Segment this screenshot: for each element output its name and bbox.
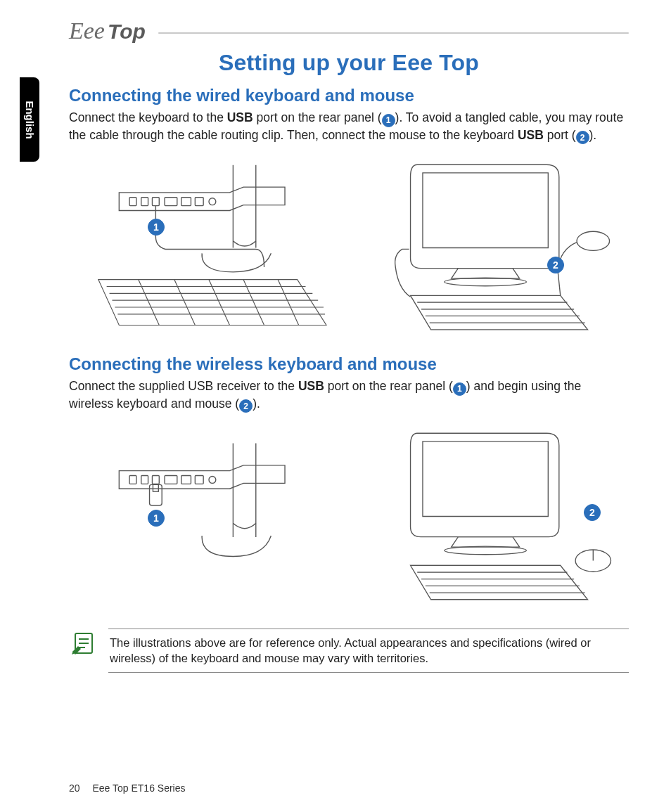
figure-callout-2-icon: 2 (584, 504, 601, 521)
text: ). (589, 128, 597, 142)
product-series: Eee Top ET16 Series (92, 782, 185, 794)
figure-monitor-mouse: 2 (356, 151, 622, 344)
figure-rear-receiver: 1 (76, 420, 342, 613)
page-title: Setting up your Eee Top (69, 50, 629, 76)
svg-rect-9 (129, 476, 136, 484)
page-number: 20 (69, 782, 80, 794)
text: port on the rear panel ( (324, 379, 453, 393)
svg-point-8 (577, 231, 610, 250)
figure-callout-2-icon: 2 (547, 257, 564, 273)
product-logo: Eee Top (69, 18, 146, 44)
language-tab: English (20, 77, 39, 162)
svg-rect-4 (181, 198, 191, 206)
svg-rect-3 (165, 198, 177, 206)
section2-heading: Connecting the wireless keyboard and mou… (69, 354, 629, 374)
section2-paragraph: Connect the supplied USB receiver to the… (69, 378, 629, 413)
figure-keyboard-rear: 1 (76, 151, 342, 344)
callout-1-icon: 1 (453, 382, 466, 396)
section1-heading: Connecting the wired keyboard and mouse (69, 86, 629, 105)
text: Connect the supplied USB receiver to the (69, 379, 298, 393)
svg-rect-11 (152, 476, 159, 484)
header-rule (158, 32, 629, 34)
header-row: Eee Top (69, 18, 629, 44)
text: Connect the keyboard to the (69, 110, 227, 124)
logo-script: Eee (69, 18, 105, 44)
svg-rect-1 (141, 198, 148, 206)
text-bold: USB (518, 128, 544, 142)
page-footer: 20 Eee Top ET16 Series (69, 782, 186, 794)
section1-paragraph: Connect the keyboard to the USB port on … (69, 110, 629, 144)
callout-2-icon: 2 (239, 399, 253, 413)
figure-wireless-set: 2 (356, 420, 622, 613)
section2-figures: 1 2 (76, 420, 622, 613)
language-label: English (24, 101, 36, 138)
svg-rect-12 (165, 476, 177, 484)
callout-1-icon: 1 (382, 114, 395, 127)
svg-point-18 (445, 546, 526, 555)
figure-callout-1-icon: 1 (148, 219, 165, 236)
svg-rect-16 (150, 484, 162, 505)
note-text: The illustrations above are for referenc… (108, 629, 629, 673)
text-bold: USB (298, 379, 324, 393)
svg-rect-13 (181, 476, 191, 484)
svg-point-6 (209, 198, 216, 205)
note-row: The illustrations above are for referenc… (69, 629, 629, 673)
note-icon (69, 629, 98, 658)
callout-2-icon: 2 (576, 131, 589, 144)
logo-word: Top (108, 20, 146, 44)
svg-rect-0 (129, 198, 136, 206)
svg-point-15 (209, 477, 216, 484)
svg-point-7 (445, 278, 526, 286)
svg-rect-17 (153, 484, 158, 491)
svg-rect-14 (195, 476, 203, 484)
text: port ( (544, 128, 576, 142)
text: ). (253, 397, 260, 411)
text-bold: USB (227, 110, 253, 124)
svg-rect-10 (141, 476, 148, 484)
section1-figures: 1 2 (76, 151, 622, 344)
svg-rect-2 (152, 198, 159, 206)
svg-rect-5 (195, 198, 203, 206)
text: port on the rear panel ( (253, 110, 382, 124)
figure-callout-1-icon: 1 (148, 510, 165, 527)
